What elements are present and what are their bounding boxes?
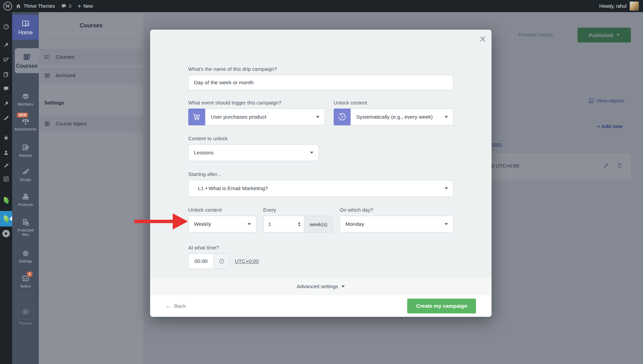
sidebar-item-label: Preview bbox=[19, 321, 32, 326]
sidebar-item-courses[interactable]: Courses bbox=[15, 48, 39, 73]
sidebar-item-notice[interactable]: 5 Notice bbox=[12, 274, 39, 289]
users-icon[interactable] bbox=[0, 150, 12, 156]
pages-icon[interactable] bbox=[0, 71, 12, 78]
every-number-input[interactable]: 1 bbox=[263, 216, 304, 233]
chevron-down-icon bbox=[445, 116, 448, 118]
gear-icon bbox=[22, 249, 30, 257]
tools-icon[interactable] bbox=[0, 162, 12, 169]
file-lock-icon bbox=[22, 218, 30, 226]
sidebar-item-preview[interactable]: Preview bbox=[12, 304, 39, 326]
unlock-label: Unlock content bbox=[334, 100, 453, 105]
starting-after-label: Starting after... bbox=[188, 171, 453, 177]
sidebar-item-settings[interactable]: Settings bbox=[12, 249, 39, 264]
trigger-label: What event should trigger this campaign? bbox=[188, 100, 325, 105]
day-value: Monday bbox=[345, 221, 364, 227]
sidebar-item-label: Assessments bbox=[15, 127, 36, 131]
library-icon bbox=[23, 53, 31, 61]
avatar bbox=[630, 1, 639, 11]
back-button[interactable]: ← Back bbox=[166, 303, 186, 309]
every-label: Every bbox=[263, 207, 333, 213]
plugins-icon[interactable] bbox=[0, 135, 12, 141]
sidebar-item-assessments[interactable]: NEW Assessments bbox=[12, 117, 39, 131]
brush-icon bbox=[22, 168, 30, 176]
sidebar-item-label: Protected files bbox=[16, 228, 36, 237]
sidebar-item-label: Members bbox=[18, 102, 33, 107]
thrive-leaf-icon[interactable] bbox=[0, 198, 12, 203]
sidebar-item-protected-files[interactable]: Protected files bbox=[12, 218, 39, 237]
content-to-unlock-select[interactable]: Lessons bbox=[188, 144, 319, 161]
sidebar-item-label: Courses bbox=[16, 63, 37, 69]
greeting: Howdy, rahul bbox=[599, 3, 626, 9]
chevron-down-icon bbox=[316, 116, 319, 118]
frequency-value: Weekly bbox=[194, 221, 211, 227]
report-icon bbox=[22, 144, 30, 152]
advanced-settings-toggle[interactable]: Advanced settings bbox=[150, 277, 492, 295]
posts-pin-icon[interactable] bbox=[0, 42, 12, 48]
sidebar-item-label: Design bbox=[20, 178, 31, 182]
book-icon bbox=[21, 19, 30, 28]
create-campaign-button[interactable]: Create my campaign bbox=[407, 299, 476, 313]
quantity-stepper[interactable] bbox=[298, 222, 301, 226]
content-to-unlock-value: Lessons bbox=[194, 150, 214, 156]
account-menu[interactable]: Howdy, rahul bbox=[599, 1, 643, 11]
unlock-mode-select[interactable]: Systematically (e.g., every week) bbox=[351, 109, 453, 125]
comment-count: 0 bbox=[69, 3, 72, 9]
boxes-icon bbox=[22, 193, 30, 201]
content-to-unlock-label: Content to unlock bbox=[188, 135, 319, 141]
unlock-mode-value: Systematically (e.g., every week) bbox=[356, 114, 433, 120]
media-icon[interactable] bbox=[0, 57, 12, 63]
sidebar-item-design[interactable]: Design bbox=[12, 168, 39, 182]
sidebar-item-label: Settings bbox=[19, 259, 32, 264]
sidebar-item-reports[interactable]: Reports bbox=[12, 144, 39, 158]
frequency-label: Unlock content bbox=[188, 207, 256, 213]
every-unit-suffix: week(s) bbox=[304, 216, 333, 233]
site-name: Thrive Themes bbox=[24, 3, 55, 9]
new-badge: NEW bbox=[17, 113, 28, 118]
thrive-leaf-active-icon[interactable] bbox=[0, 211, 12, 226]
advanced-settings-label: Advanced settings bbox=[297, 283, 338, 289]
sidebar-item-label: Reports bbox=[19, 153, 32, 158]
clock-icon[interactable] bbox=[214, 253, 229, 269]
notice-count-badge: 5 bbox=[27, 272, 32, 277]
new-label: New bbox=[83, 3, 93, 9]
dashboard-icon[interactable] bbox=[0, 24, 12, 30]
site-menu[interactable]: Thrive Themes bbox=[16, 3, 55, 9]
sidebar-item-label: Home bbox=[18, 30, 33, 36]
trigger-select[interactable]: User purchases product bbox=[205, 109, 325, 125]
sidebar-item-members[interactable]: Members bbox=[12, 92, 39, 107]
home-icon bbox=[16, 3, 21, 9]
close-icon[interactable]: × bbox=[479, 35, 486, 42]
members-icon bbox=[22, 92, 30, 100]
starting-after-value: L1 • What is Email Marketing? bbox=[198, 185, 268, 191]
trigger-value: User purchases product bbox=[211, 114, 267, 120]
video-play-icon[interactable] bbox=[0, 230, 12, 237]
new-menu[interactable]: + New bbox=[78, 3, 93, 10]
time-label: At what time? bbox=[188, 245, 453, 250]
frequency-select[interactable]: Weekly bbox=[188, 216, 256, 233]
scale-icon bbox=[22, 117, 30, 125]
chevron-down-icon bbox=[445, 223, 448, 225]
screen: W Thrive Themes 0 + New Howdy, rahul bbox=[0, 0, 643, 364]
plus-icon: + bbox=[78, 3, 81, 10]
sidebar-item-home[interactable]: Home bbox=[12, 15, 39, 40]
day-label: On which day? bbox=[340, 207, 453, 213]
starting-after-select[interactable]: L1 • What is Email Marketing? bbox=[188, 180, 453, 197]
cart-icon bbox=[188, 109, 205, 125]
sidebar-item-products[interactable]: Products bbox=[12, 193, 39, 207]
campaign-name-input[interactable]: Day of the week or month bbox=[188, 75, 453, 90]
day-select[interactable]: Monday bbox=[340, 216, 453, 233]
time-input[interactable]: 00:00 bbox=[188, 253, 214, 269]
modal-footer: ← Back Create my campaign bbox=[150, 295, 492, 317]
comments-icon[interactable] bbox=[0, 86, 12, 92]
wp-admin-bar: W Thrive Themes 0 + New Howdy, rahul bbox=[0, 0, 643, 12]
settings-sliders-icon[interactable] bbox=[0, 176, 12, 182]
chevron-down-icon bbox=[445, 187, 448, 189]
comment-bubble-icon bbox=[61, 3, 66, 9]
app-side-rail: Home Courses Members NEW Assessments R bbox=[12, 12, 39, 364]
projects-pin-icon[interactable] bbox=[0, 100, 12, 107]
comments-menu[interactable]: 0 bbox=[61, 3, 72, 9]
timezone-link[interactable]: UTC+0:00 bbox=[235, 258, 259, 264]
wordpress-logo-icon[interactable]: W bbox=[3, 2, 12, 10]
wp-side-rail bbox=[0, 12, 12, 364]
appearance-brush-icon[interactable] bbox=[0, 115, 12, 121]
